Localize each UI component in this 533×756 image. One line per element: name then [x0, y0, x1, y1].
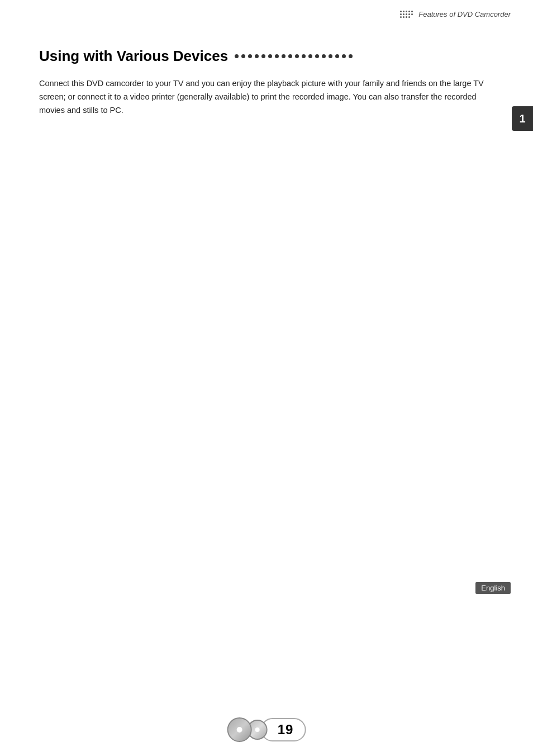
deco-dot-17 — [342, 54, 346, 58]
dot — [411, 13, 413, 15]
dvd-disc-icon — [227, 717, 268, 742]
deco-dot-15 — [329, 54, 332, 58]
page-number-pill: 19 — [261, 718, 306, 741]
header-section-label: Features of DVD Camcorder — [418, 10, 511, 18]
dot — [400, 13, 402, 15]
body-paragraph: Connect this DVD camcorder to your TV an… — [39, 77, 486, 117]
deco-dot-1 — [235, 54, 239, 58]
deco-dot-9 — [288, 54, 292, 58]
dot — [408, 16, 410, 18]
deco-dot-3 — [248, 54, 252, 58]
deco-dot-14 — [322, 54, 326, 58]
deco-dot-16 — [335, 54, 339, 58]
title-dot-decoration — [235, 54, 499, 58]
section-number: 1 — [519, 112, 525, 125]
dot — [403, 16, 404, 18]
dot — [406, 11, 407, 12]
deco-dot-6 — [268, 54, 272, 58]
page-number: 19 — [278, 722, 294, 737]
page-header: Features of DVD Camcorder — [400, 10, 511, 18]
dot — [400, 11, 402, 12]
page-title: Using with Various Devices — [39, 48, 228, 65]
deco-dot-8 — [282, 54, 285, 58]
deco-dot-10 — [295, 54, 299, 58]
section-number-tab: 1 — [512, 106, 533, 131]
deco-dot-12 — [308, 54, 312, 58]
title-section: Using with Various Devices — [39, 48, 499, 65]
dot — [406, 16, 407, 18]
disc-large — [227, 717, 252, 742]
deco-dot-11 — [302, 54, 306, 58]
bottom-page-area: 19 — [227, 717, 306, 742]
deco-dot-4 — [255, 54, 259, 58]
deco-dot-13 — [315, 54, 319, 58]
deco-dot-5 — [261, 54, 265, 58]
corner-dots-decoration — [400, 11, 413, 18]
dot — [403, 11, 404, 12]
dot — [400, 16, 402, 18]
deco-dot-2 — [241, 54, 245, 58]
dot — [406, 13, 407, 15]
deco-dot-18 — [349, 54, 353, 58]
dot — [408, 13, 410, 15]
deco-dot-7 — [275, 54, 279, 58]
language-badge: English — [475, 582, 511, 594]
page-container: Features of DVD Camcorder 1 Using with V… — [0, 0, 533, 756]
dot — [411, 11, 413, 12]
dot — [403, 13, 404, 15]
dot — [408, 11, 410, 12]
